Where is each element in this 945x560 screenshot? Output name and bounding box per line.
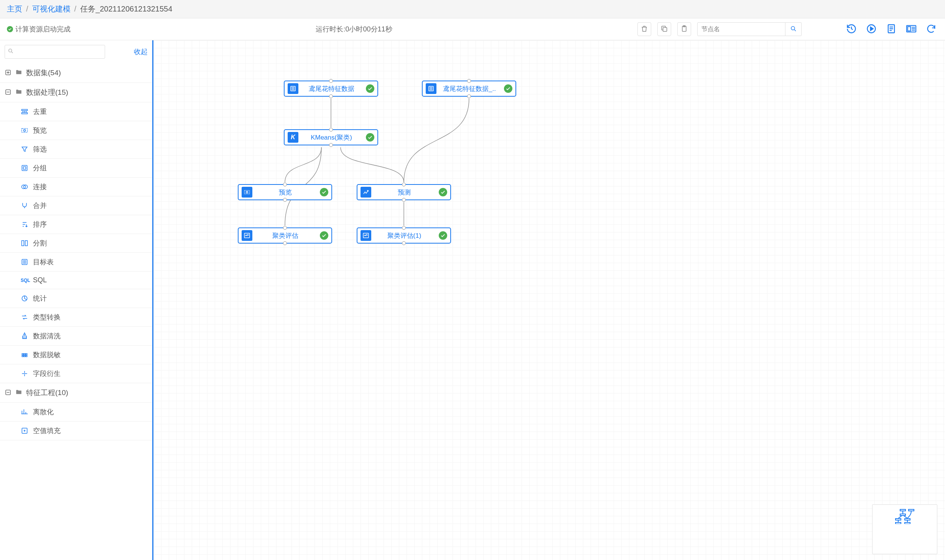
sidebar-item[interactable]: 字段衍生	[0, 364, 152, 383]
sidebar-item[interactable]: 统计	[0, 289, 152, 308]
output-port[interactable]	[402, 198, 406, 202]
sidebar-item-label: 目标表	[33, 257, 54, 267]
svg-rect-21	[25, 240, 28, 245]
svg-point-9	[9, 49, 12, 52]
sidebar-search-input[interactable]	[5, 45, 105, 59]
flow-edge[interactable]	[341, 147, 404, 182]
svg-rect-17	[23, 167, 26, 170]
input-port[interactable]	[329, 79, 333, 83]
flow-node[interactable]: K KMeans(聚类)	[284, 129, 378, 145]
node-search-input[interactable]	[697, 22, 785, 36]
layout-button[interactable]	[904, 22, 918, 36]
check-circle-icon	[7, 26, 13, 32]
output-port[interactable]	[329, 143, 333, 147]
sidebar-item-label: 类型转换	[33, 313, 61, 322]
output-port[interactable]	[283, 241, 287, 245]
input-port[interactable]	[402, 226, 406, 230]
flow-node[interactable]: 鸢尾花特征数据	[284, 81, 378, 97]
mask-icon	[21, 351, 28, 359]
flow-node[interactable]: 预测	[357, 184, 451, 200]
copy-button[interactable]	[657, 22, 671, 36]
node-label: 鸢尾花特征数据_..	[440, 84, 500, 93]
status-success-icon	[320, 231, 328, 240]
sidebar-item[interactable]: 排序	[0, 215, 152, 234]
sidebar-category[interactable]: 数据处理(15)	[0, 83, 152, 102]
document-icon	[886, 23, 897, 35]
input-port[interactable]	[467, 79, 471, 83]
typeconv-icon	[21, 313, 28, 321]
minus-icon	[5, 390, 12, 396]
flow-edge[interactable]	[404, 99, 469, 182]
node-label: 聚类评估	[256, 231, 316, 240]
input-port[interactable]	[283, 183, 287, 186]
sidebar-item[interactable]: 空值填充	[0, 422, 152, 440]
svg-point-15	[24, 130, 26, 132]
sidebar-item[interactable]: 类型转换	[0, 308, 152, 327]
sidebar-category[interactable]: 特征工程(10)	[0, 383, 152, 403]
data-icon	[288, 83, 298, 94]
sidebar-item-label: SQL	[33, 276, 47, 284]
sidebar-item[interactable]: 离散化	[0, 403, 152, 422]
node-search-button[interactable]	[785, 22, 802, 36]
sidebar-item[interactable]: 连接	[0, 178, 152, 196]
minimap[interactable]	[872, 504, 937, 554]
target-icon	[21, 258, 28, 266]
sidebar-item[interactable]: 数据脱敏	[0, 346, 152, 364]
sidebar-item[interactable]: 去重	[0, 102, 152, 121]
run-button[interactable]	[864, 22, 878, 36]
sidebar-item[interactable]: 合并	[0, 196, 152, 215]
folder-icon	[15, 389, 22, 397]
sidebar-item[interactable]: SQL SQL	[0, 272, 152, 289]
sidebar-item[interactable]: 数据清洗	[0, 327, 152, 346]
svg-rect-12	[22, 109, 28, 110]
delete-button[interactable]	[637, 22, 651, 36]
sidebar-item[interactable]: 预览	[0, 121, 152, 140]
output-port[interactable]	[467, 94, 471, 98]
flow-node[interactable]: 预览	[238, 184, 332, 200]
sidebar-category[interactable]: 数据集(54)	[0, 63, 152, 83]
input-port[interactable]	[283, 226, 287, 230]
sidebar-item-label: 去重	[33, 107, 47, 116]
node-search	[697, 22, 802, 36]
sidebar-item[interactable]: 目标表	[0, 253, 152, 272]
history-button[interactable]	[845, 22, 858, 36]
sidebar-item-label: 数据脱敏	[33, 350, 61, 359]
sidebar-item[interactable]: 分割	[0, 234, 152, 253]
input-port[interactable]	[329, 128, 333, 132]
split-icon	[21, 239, 28, 247]
preview-icon	[242, 187, 252, 198]
sidebar-collapse-button[interactable]: 收起	[134, 47, 148, 56]
output-port[interactable]	[283, 198, 287, 202]
search-icon	[790, 25, 797, 33]
compute-status-text: 计算资源启动完成	[15, 25, 71, 34]
svg-rect-34	[900, 514, 905, 516]
folder-icon	[15, 88, 22, 97]
runtime-text: 运行时长:0小时00分11秒	[316, 25, 392, 34]
flow-node[interactable]: 聚类评估(1)	[357, 227, 451, 244]
sidebar-category-label: 数据处理(15)	[26, 87, 68, 97]
status-success-icon	[504, 84, 512, 93]
paste-button[interactable]	[677, 22, 691, 36]
breadcrumb-separator: /	[74, 5, 77, 13]
sidebar-item[interactable]: 分组	[0, 159, 152, 178]
input-port[interactable]	[402, 183, 406, 186]
flow-node[interactable]: 鸢尾花特征数据_..	[422, 81, 516, 97]
flow-canvas[interactable]: 鸢尾花特征数据 鸢尾花特征数据_.. K KMeans(聚类) 预览 预测 聚类…	[153, 40, 945, 560]
svg-rect-28	[244, 191, 250, 194]
sidebar-item-label: 空值填充	[33, 426, 61, 435]
flow-node[interactable]: 聚类评估	[238, 227, 332, 244]
output-port[interactable]	[402, 241, 406, 245]
svg-rect-37	[896, 522, 901, 524]
breadcrumb-home[interactable]: 主页	[7, 4, 22, 14]
output-port[interactable]	[329, 94, 333, 98]
breadcrumb-modeling[interactable]: 可视化建模	[32, 4, 71, 14]
refresh-button[interactable]	[924, 22, 938, 36]
node-label: 聚类评估(1)	[375, 231, 435, 240]
flow-edge[interactable]	[285, 147, 321, 182]
refresh-icon	[926, 23, 937, 35]
node-label: 预测	[375, 188, 435, 197]
preview-icon	[21, 127, 28, 134]
sidebar-item[interactable]: 筛选	[0, 140, 152, 159]
log-button[interactable]	[884, 22, 898, 36]
svg-rect-36	[905, 519, 910, 520]
